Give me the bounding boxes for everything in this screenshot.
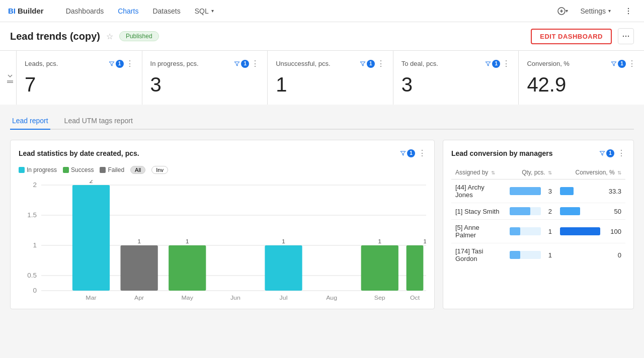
kpi-label-conversion: Conversion, % (527, 60, 570, 67)
brand-bi: BI (8, 7, 16, 15)
charts-row: Lead statistics by date created, pcs. 1 … (10, 140, 634, 309)
svg-text:May: May (182, 295, 194, 301)
svg-text:Mar: Mar (86, 295, 96, 301)
svg-text:1: 1 (33, 242, 37, 249)
legend-inprogress-color (19, 167, 25, 173)
all-filter-button[interactable]: All (130, 166, 145, 174)
svg-rect-36 (361, 245, 398, 291)
svg-rect-32 (265, 245, 302, 291)
manager-qty: 3 (506, 180, 556, 203)
manager-conversion: 33.3 (556, 180, 625, 203)
kpi-label-inprogress: In progress, pcs. (150, 60, 199, 67)
report-tabs: Lead report Lead UTM tags report (10, 113, 634, 130)
legend-inprogress-label: In progress (27, 166, 57, 173)
svg-text:Oct: Oct (410, 295, 420, 301)
bar-chart-menu-icon[interactable]: ⋮ (418, 148, 426, 158)
nav-charts[interactable]: Charts (112, 4, 144, 18)
filter-unsuccessful-button[interactable]: 1 (360, 60, 375, 68)
assigned-sort-icon[interactable]: ⇅ (491, 170, 495, 175)
nav-sql[interactable]: SQL ▾ (189, 4, 220, 18)
managers-filter-badge: 1 (606, 149, 614, 157)
qty-sort-icon[interactable]: ⇅ (548, 170, 552, 175)
col-assigned: Assigned by ⇅ (451, 166, 506, 180)
svg-rect-22 (72, 185, 110, 291)
kpi-card-unsuccessful: Unsuccessful, pcs. 1 ⋮ 1 (268, 51, 393, 105)
svg-text:1.5: 1.5 (27, 212, 37, 219)
kpi-leads-menu-icon[interactable]: ⋮ (126, 59, 134, 68)
filter-leads-button[interactable]: 1 (109, 60, 124, 68)
svg-text:1: 1 (137, 238, 141, 244)
page-more-button[interactable] (618, 28, 634, 44)
manager-name: [174] Tasi Gordon (451, 243, 506, 267)
bar-chart-filter-badge: 1 (407, 149, 415, 157)
main-content: Lead report Lead UTM tags report Lead st… (0, 105, 644, 317)
svg-point-8 (628, 36, 629, 37)
kpi-label-unsuccessful: Unsuccessful, pcs. (276, 60, 330, 67)
bar-chart-svg: 2 1.5 1 0.5 0 2 Mar 1 Apr 1 (19, 180, 426, 301)
kpi-todeal-menu-icon[interactable]: ⋮ (502, 59, 510, 68)
bar-chart-panel: Lead statistics by date created, pcs. 1 … (10, 140, 435, 309)
page-title: Lead trends (copy) (10, 31, 100, 42)
manager-qty: 2 (506, 203, 556, 220)
bar-chart-filter-button[interactable]: 1 (400, 149, 415, 157)
kpi-cards-container: Leads, pcs. 1 ⋮ 7 In progress, pcs. 1 (16, 51, 644, 105)
kpi-unsuccessful-menu-icon[interactable]: ⋮ (377, 59, 385, 68)
edit-dashboard-button[interactable]: EDIT DASHBOARD (531, 29, 612, 44)
svg-text:0.5: 0.5 (27, 272, 37, 279)
tab-lead-report[interactable]: Lead report (10, 113, 50, 130)
kpi-card-todeal: To deal, pcs. 1 ⋮ 3 (393, 51, 519, 105)
filter-todeal-badge: 1 (492, 60, 500, 68)
bar-chart-area: 2 1.5 1 0.5 0 2 Mar 1 Apr 1 (19, 180, 426, 301)
svg-text:Jul: Jul (280, 295, 288, 301)
table-row: [174] Tasi Gordon10 (451, 243, 625, 267)
kpi-value-inprogress: 3 (150, 74, 260, 95)
inv-filter-button[interactable]: Inv (151, 166, 168, 174)
legend-failed-label: Failed (108, 166, 124, 173)
kpi-conversion-menu-icon[interactable]: ⋮ (628, 59, 636, 68)
filter-conversion-button[interactable]: 1 (611, 60, 626, 68)
manager-name: [5] Anne Palmer (451, 220, 506, 243)
table-row: [1] Stacy Smith250 (451, 203, 625, 220)
svg-text:1: 1 (186, 238, 189, 244)
managers-table-title: Lead conversion by managers (451, 149, 553, 157)
collapse-button[interactable] (4, 51, 16, 105)
nav-dashboards[interactable]: Dashboards (60, 4, 110, 18)
tab-utm-report[interactable]: Lead UTM tags report (62, 113, 135, 130)
svg-text:2: 2 (33, 182, 37, 189)
legend-failed-color (100, 167, 106, 173)
nav-more-icon[interactable] (621, 4, 636, 19)
status-badge: Published (119, 31, 159, 41)
manager-conversion: 0 (556, 243, 625, 267)
legend-success-color (63, 167, 69, 173)
kpi-card-leads: Leads, pcs. 1 ⋮ 7 (17, 51, 142, 105)
svg-point-4 (628, 10, 629, 11)
kpi-label-leads: Leads, pcs. (25, 60, 58, 67)
managers-menu-icon[interactable]: ⋮ (617, 148, 625, 158)
bar-chart-title: Lead statistics by date created, pcs. (19, 149, 139, 157)
svg-rect-39 (407, 245, 424, 291)
nav-settings[interactable]: Settings ▾ (574, 4, 617, 18)
nav-datasets[interactable]: Datasets (146, 4, 186, 18)
filter-inprogress-badge: 1 (241, 60, 249, 68)
svg-point-7 (625, 36, 626, 37)
favorite-icon[interactable]: ☆ (106, 32, 113, 41)
filter-inprogress-button[interactable]: 1 (234, 60, 249, 68)
kpi-value-conversion: 42.9 (527, 74, 636, 95)
manager-conversion: 50 (556, 203, 625, 220)
col-qty: Qty, pcs. ⇅ (506, 166, 556, 180)
conversion-sort-icon[interactable]: ⇅ (617, 170, 621, 175)
filter-unsuccessful-badge: 1 (367, 60, 375, 68)
svg-text:Jun: Jun (230, 295, 240, 301)
managers-table-panel: Lead conversion by managers 1 ⋮ Assigned… (443, 140, 634, 309)
brand-logo[interactable]: BI Builder (8, 7, 44, 15)
kpi-value-leads: 7 (25, 74, 134, 95)
kpi-value-unsuccessful: 1 (276, 74, 385, 95)
manager-conversion: 100 (556, 220, 625, 243)
add-icon[interactable]: ▾ (555, 4, 570, 19)
filter-todeal-button[interactable]: 1 (485, 60, 500, 68)
managers-filter-button[interactable]: 1 (599, 149, 614, 157)
sql-chevron-icon: ▾ (211, 8, 214, 14)
table-row: [44] Archy Jones333.3 (451, 180, 625, 203)
kpi-inprogress-menu-icon[interactable]: ⋮ (251, 59, 259, 68)
svg-text:1: 1 (423, 238, 426, 244)
